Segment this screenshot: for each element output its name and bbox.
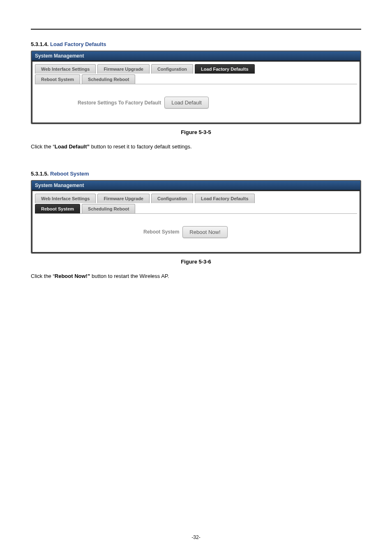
tab-load-factory-defaults-2[interactable]: Load Factory Defaults	[195, 194, 255, 203]
restore-row: Restore Settings To Factory Default Load…	[37, 97, 355, 109]
load-default-button[interactable]: Load Default	[164, 97, 209, 109]
panel-1-content: Restore Settings To Factory Default Load…	[32, 84, 360, 123]
panel-2-content: Reboot System Reboot Now!	[32, 214, 360, 252]
panel-1: System Management Web Interface Settings…	[31, 51, 361, 124]
page-top-rule	[31, 29, 361, 30]
panel-2: System Management Web Interface Settings…	[31, 180, 361, 254]
tab-scheduling-reboot-2[interactable]: Scheduling Reboot	[82, 204, 135, 213]
tab-configuration-2[interactable]: Configuration	[151, 194, 193, 203]
tab-configuration[interactable]: Configuration	[151, 64, 193, 74]
tab-firmware-upgrade[interactable]: Firmware Upgrade	[97, 64, 150, 74]
tab-firmware-upgrade-2[interactable]: Firmware Upgrade	[97, 194, 150, 203]
reboot-label: Reboot System	[143, 229, 179, 235]
body-prefix-1: Click the “	[31, 143, 55, 150]
panel-1-tabs-row-1: Web Interface Settings Firmware Upgrade …	[32, 62, 360, 74]
section-2-number: 5.3.1.5.	[31, 171, 48, 177]
restore-label: Restore Settings To Factory Default	[78, 100, 161, 106]
tab-scheduling-reboot[interactable]: Scheduling Reboot	[82, 74, 135, 84]
section-1-body-text: Click the “Load Default” button to reset…	[31, 143, 361, 151]
tab-web-interface-settings[interactable]: Web Interface Settings	[35, 64, 96, 74]
panel-2-tabs-row-1: Web Interface Settings Firmware Upgrade …	[32, 191, 360, 203]
panel-2-body: Web Interface Settings Firmware Upgrade …	[32, 190, 360, 253]
tab-reboot-system-2[interactable]: Reboot System	[35, 204, 80, 213]
section-1-number: 5.3.1.4.	[31, 41, 48, 47]
section-2-body-text: Click the “Reboot Now!” button to restar…	[31, 272, 361, 280]
body-prefix-2: Click the “	[31, 273, 55, 279]
section-1-heading: 5.3.1.4. Load Factory Defaults	[31, 41, 361, 47]
panel-1-title: System Management	[32, 51, 360, 61]
body-bold-2: Reboot Now!”	[55, 273, 90, 279]
reboot-now-button[interactable]: Reboot Now!	[182, 226, 227, 238]
section-2-title: Reboot System	[50, 171, 89, 177]
tab-load-factory-defaults[interactable]: Load Factory Defaults	[195, 64, 255, 74]
body-bold-1: Load Default”	[55, 143, 90, 150]
figure-5-3-5-caption: Figure 5-3-5	[31, 129, 361, 135]
tab-reboot-system[interactable]: Reboot System	[35, 74, 80, 84]
panel-2-title: System Management	[32, 181, 360, 190]
reboot-row: Reboot System Reboot Now!	[37, 226, 355, 238]
tab-web-interface-settings-2[interactable]: Web Interface Settings	[35, 194, 96, 203]
section-2-heading: 5.3.1.5. Reboot System	[31, 171, 361, 177]
page-footer: -32-	[0, 534, 392, 540]
panel-1-body: Web Interface Settings Firmware Upgrade …	[32, 61, 360, 123]
body-suffix-2: button to restart the Wireless AP.	[90, 273, 169, 279]
panel-1-tabs-row-2: Reboot System Scheduling Reboot	[32, 74, 360, 84]
figure-5-3-6-caption: Figure 5-3-6	[31, 259, 361, 265]
panel-2-tabs-row-2: Reboot System Scheduling Reboot	[32, 203, 360, 213]
body-suffix-1: button to reset it to factory default se…	[90, 143, 192, 150]
section-1-title: Load Factory Defaults	[50, 41, 106, 47]
